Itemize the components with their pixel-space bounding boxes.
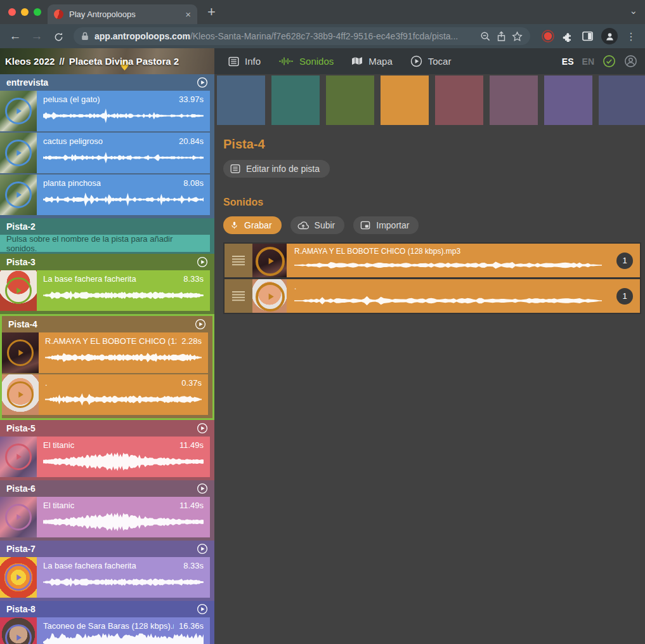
sound-thumbnail[interactable] <box>2 332 39 373</box>
sound-row[interactable]: cactus peligroso 20.84s <box>0 133 210 173</box>
sound-thumbnail[interactable] <box>0 617 37 644</box>
browser-tab[interactable]: Play Antropoloops × <box>48 4 197 24</box>
close-tab-icon[interactable]: × <box>185 10 191 19</box>
sound-row[interactable]: R.AMAYA Y EL BOBOTE CHICO (128 kbps)....… <box>2 332 208 373</box>
track-play-icon[interactable] <box>197 543 208 555</box>
check-circle-icon[interactable] <box>603 55 616 68</box>
sound-thumbnail[interactable] <box>0 437 37 477</box>
new-tab-button[interactable]: + <box>207 4 216 20</box>
sound-play-icon[interactable] <box>256 282 285 312</box>
track-header[interactable]: Pista-5 <box>0 420 214 437</box>
project-name[interactable]: Kleos 2022 <box>5 56 55 67</box>
sound-row[interactable]: planta pinchosa 8.08s <box>0 174 210 215</box>
track-play-icon[interactable] <box>197 603 208 615</box>
sound-play-icon[interactable] <box>5 444 32 470</box>
reload-button[interactable] <box>49 30 67 43</box>
sound-thumbnail[interactable] <box>0 270 37 311</box>
sound-thumbnail[interactable] <box>0 557 37 598</box>
main-sound-row[interactable]: R.AMAYA Y EL BOBOTE CHICO (128 kbps).mp3… <box>225 244 640 277</box>
nav-sonidos[interactable]: Sonidos <box>278 56 334 67</box>
track-tile-pista3[interactable] <box>326 76 374 125</box>
track-header[interactable]: Pista-6 <box>0 480 214 497</box>
lock-icon[interactable] <box>81 32 89 41</box>
sound-row[interactable]: . 0.37s <box>2 374 208 415</box>
url-text[interactable]: app.antropoloops.com/Kleos-Santa-Marina/… <box>94 31 474 41</box>
sound-row[interactable]: pelusa (el gato) 33.97s <box>0 91 210 131</box>
track-play-icon[interactable] <box>197 256 208 268</box>
track-tile-pista2[interactable] <box>271 76 320 125</box>
sound-play-icon[interactable] <box>5 98 32 124</box>
remix-title[interactable]: Placeta Divina Pastora 2 <box>69 56 179 67</box>
sound-row[interactable]: El titanic 11.49s <box>0 437 210 477</box>
import-button[interactable]: Importar <box>353 216 419 234</box>
sound-play-icon[interactable] <box>5 564 32 591</box>
sound-play-icon[interactable] <box>5 624 32 644</box>
sound-play-icon[interactable] <box>256 247 285 276</box>
close-window-button[interactable] <box>8 8 16 16</box>
zoom-window-button[interactable] <box>34 8 41 16</box>
edit-track-info-button[interactable]: Editar info de pista <box>223 160 330 178</box>
account-icon[interactable] <box>624 55 637 68</box>
record-button[interactable]: Grabar <box>223 216 282 234</box>
track-play-icon[interactable] <box>197 77 208 88</box>
tab-list-chevron-icon[interactable]: ⌄ <box>629 5 637 16</box>
lang-en-button[interactable]: EN <box>582 56 594 67</box>
sound-row[interactable]: La base fachera facherita 8.33s <box>0 270 210 311</box>
sound-row[interactable]: El titanic 11.49s <box>0 497 210 537</box>
sound-thumbnail[interactable] <box>0 91 37 131</box>
sound-play-icon[interactable] <box>7 381 34 408</box>
track-tile-pista8[interactable] <box>599 76 645 125</box>
browser-menu-icon[interactable]: ⋮ <box>626 30 636 43</box>
track-play-icon[interactable] <box>197 483 208 494</box>
drag-handle[interactable] <box>225 279 252 313</box>
sound-row[interactable]: La base fachera facherita 8.33s <box>0 557 210 598</box>
share-icon[interactable] <box>497 31 506 42</box>
nav-tocar[interactable]: Tocar <box>410 55 452 67</box>
track-play-icon[interactable] <box>197 423 208 434</box>
minimize-window-button[interactable] <box>21 8 29 16</box>
sound-play-icon[interactable] <box>5 504 32 530</box>
track-tile-pista7[interactable] <box>544 76 592 125</box>
sound-play-icon[interactable] <box>5 181 32 208</box>
sound-thumbnail[interactable] <box>0 497 37 537</box>
track-header[interactable]: Pista-2 <box>0 218 214 235</box>
track-tile-pista6[interactable] <box>490 76 538 125</box>
sound-thumbnail[interactable] <box>0 174 37 215</box>
avatar[interactable] <box>601 28 618 44</box>
address-bar[interactable]: app.antropoloops.com/Kleos-Santa-Marina/… <box>74 27 530 45</box>
bookmark-star-icon[interactable] <box>512 31 523 42</box>
nav-info[interactable]: Info <box>228 56 261 67</box>
main-sound-row[interactable]: . 1 <box>225 279 640 313</box>
nav-mapa[interactable]: Mapa <box>351 56 393 67</box>
side-panel-icon[interactable] <box>582 31 593 41</box>
track-detail-panel: Pista-4 Editar info de pista Sonidos Gra… <box>214 74 645 644</box>
sound-thumbnail[interactable] <box>252 244 287 277</box>
sound-duration: 2.28s <box>181 336 202 346</box>
sound-thumbnail[interactable] <box>2 374 39 415</box>
zoom-out-icon[interactable] <box>480 31 491 42</box>
sound-play-icon[interactable] <box>5 140 32 166</box>
track-header[interactable]: entrevista <box>0 74 214 91</box>
sound-play-icon[interactable] <box>7 339 34 366</box>
extension-puzzle-icon[interactable] <box>563 30 574 42</box>
upload-button[interactable]: Subir <box>290 216 345 234</box>
forward-button[interactable]: → <box>28 29 46 43</box>
sound-play-icon[interactable] <box>5 277 32 304</box>
sound-thumbnail[interactable] <box>252 279 287 313</box>
track-play-icon[interactable] <box>195 319 206 330</box>
track-tile-entrevista[interactable] <box>217 76 265 125</box>
track-tile-pista4[interactable] <box>381 76 429 125</box>
track-header[interactable]: Pista-3 <box>0 254 214 270</box>
drag-handle[interactable] <box>225 244 252 277</box>
sound-duration: 8.33s <box>183 274 204 284</box>
lang-es-button[interactable]: ES <box>562 56 574 67</box>
record-icon[interactable] <box>542 30 554 43</box>
sound-row[interactable]: Taconeo de Sara Baras (128 kbps).mp3 16.… <box>0 617 210 644</box>
track-header[interactable]: Pista-7 <box>0 541 214 557</box>
track-tile-pista5[interactable] <box>435 76 483 125</box>
back-button[interactable]: ← <box>6 29 24 43</box>
track-header[interactable]: Pista-8 <box>0 601 214 617</box>
map-thumbnail[interactable]: Kleos 2022 // Placeta Divina Pastora 2 <box>0 48 214 74</box>
sound-thumbnail[interactable] <box>0 133 37 173</box>
track-header[interactable]: Pista-4 <box>2 316 212 332</box>
